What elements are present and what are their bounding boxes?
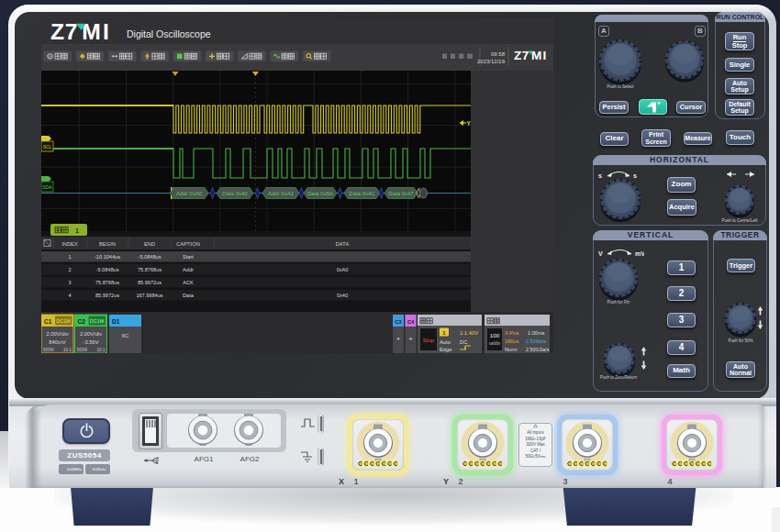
svg-text:Stop: Stop <box>423 338 435 343</box>
svg-text:Auto: Auto <box>440 339 451 345</box>
svg-text:0xA0: 0xA0 <box>337 267 349 272</box>
svg-text:-5.0848us: -5.0848us <box>139 254 162 260</box>
svg-text:75.8768us: 75.8768us <box>95 280 119 285</box>
svg-text:CAPTION: CAPTION <box>176 241 200 247</box>
svg-text:2.50Mpts: 2.50Mpts <box>526 338 546 344</box>
svg-text:DC1M: DC1M <box>56 318 71 324</box>
svg-text:C2: C2 <box>78 318 86 325</box>
svg-text:DATA: DATA <box>336 241 350 247</box>
svg-text:840mV: 840mV <box>49 339 66 345</box>
svg-text:DC1M: DC1M <box>90 318 105 324</box>
svg-text:M: M <box>531 49 541 62</box>
svg-text:167.9984us: 167.9984us <box>136 293 162 298</box>
svg-text:+: + <box>396 335 401 343</box>
svg-text:us/div: us/div <box>489 341 501 346</box>
svg-text:Data 0x40: Data 0x40 <box>222 191 248 196</box>
svg-text:4: 4 <box>68 293 71 298</box>
svg-text:2023/12/19: 2023/12/19 <box>477 59 506 64</box>
svg-text:Addr 0xA1: Addr 0xA1 <box>268 191 295 196</box>
svg-text:1: 1 <box>68 254 71 260</box>
svg-text:C1: C1 <box>44 318 52 325</box>
svg-text:2.50GSa/s: 2.50GSa/s <box>526 347 550 352</box>
svg-text:Data 0x5A: Data 0x5A <box>307 191 333 196</box>
svg-text:2.00V/div: 2.00V/div <box>80 331 102 337</box>
svg-text:I: I <box>543 49 547 62</box>
svg-text:Start: Start <box>183 254 194 260</box>
svg-text:2: 2 <box>68 267 71 272</box>
svg-text:SDA: SDA <box>42 184 52 190</box>
svg-text:+: + <box>408 335 413 343</box>
svg-text:END: END <box>144 241 155 247</box>
svg-text:Addr 0xA0: Addr 0xA0 <box>176 191 203 196</box>
svg-text:ACK: ACK <box>183 280 194 285</box>
svg-text:BEGIN: BEGIN <box>99 241 116 247</box>
svg-text:3: 3 <box>68 280 71 285</box>
svg-text:-3.56V: -3.56V <box>83 339 98 345</box>
svg-text:INDEX: INDEX <box>61 241 78 247</box>
svg-text:C4: C4 <box>407 319 415 325</box>
svg-text:7: 7 <box>65 19 78 44</box>
svg-text:1:1.40V: 1:1.40V <box>460 330 478 336</box>
svg-text:2.00V/div: 2.00V/div <box>46 331 68 337</box>
svg-text:7: 7 <box>522 49 529 62</box>
svg-text:DC: DC <box>460 339 467 345</box>
svg-text:M: M <box>82 19 101 44</box>
svg-text:Data 0x4C: Data 0x4C <box>349 191 375 196</box>
svg-text:Norm: Norm <box>505 347 518 352</box>
svg-text:85.9972us: 85.9972us <box>95 293 119 298</box>
svg-text:100: 100 <box>490 332 500 338</box>
svg-text:190us: 190us <box>505 338 518 344</box>
svg-text:0x40: 0x40 <box>337 293 348 298</box>
svg-text:1: 1 <box>75 227 79 234</box>
svg-text:-5.0848us: -5.0848us <box>96 267 119 272</box>
svg-text:C3: C3 <box>395 319 401 325</box>
svg-text:I: I <box>103 19 109 44</box>
svg-text:Z: Z <box>50 19 64 44</box>
svg-text:Addr: Addr <box>183 267 194 272</box>
svg-text:75.8768us: 75.8768us <box>138 267 162 272</box>
svg-text:D1: D1 <box>112 318 120 325</box>
svg-text:10:1: 10:1 <box>97 348 106 352</box>
svg-text:Data: Data <box>183 293 195 298</box>
svg-text:Digital Oscilloscope: Digital Oscilloscope <box>127 28 211 39</box>
svg-text:10:1: 10:1 <box>63 348 72 352</box>
svg-text:85.9972us: 85.9972us <box>138 280 162 285</box>
svg-text:500M: 500M <box>77 348 88 352</box>
svg-text:500M: 500M <box>43 348 54 352</box>
svg-text:1.00ms: 1.00ms <box>528 330 545 336</box>
svg-text:X-Pos: X-Pos <box>505 330 518 336</box>
svg-text:Z: Z <box>514 49 521 62</box>
svg-text:09:58: 09:58 <box>491 51 506 57</box>
svg-text:Data 0x47: Data 0x47 <box>388 191 414 196</box>
svg-text:Edge: Edge <box>440 347 452 352</box>
svg-text:-10.1044us: -10.1044us <box>95 254 120 260</box>
svg-text:IIC: IIC <box>122 333 129 338</box>
svg-text:SCL: SCL <box>43 144 52 150</box>
svg-text:Y: Y <box>467 120 472 127</box>
